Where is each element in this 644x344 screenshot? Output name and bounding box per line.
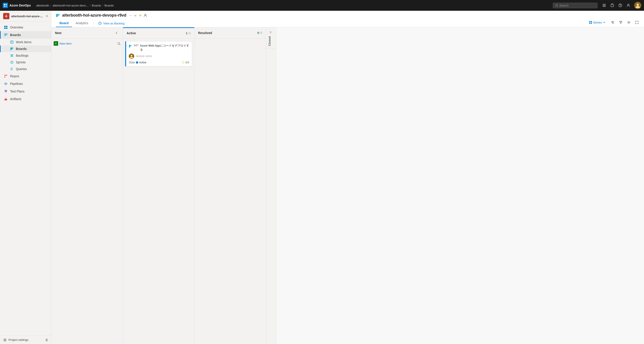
overview-icon	[4, 25, 8, 29]
svg-point-60	[130, 55, 132, 56]
add-org-button[interactable]: +	[46, 14, 48, 19]
view-as-backlog-label: View as Backlog	[103, 22, 124, 25]
main-content: alterbooth-hol-azure-devops-r9vd ··· ★	[52, 11, 644, 344]
breadcrumb-item-4[interactable]: Boards	[104, 4, 114, 7]
user-avatar[interactable]	[634, 2, 641, 9]
filter-icon[interactable]	[618, 20, 624, 25]
svg-rect-42	[58, 14, 59, 16]
board-card-947[interactable]: 947 Azure Web Appにコードをデプロイする	[125, 41, 192, 67]
search-icon	[555, 4, 558, 7]
svg-point-51	[612, 22, 612, 23]
queries-label: Queries	[16, 67, 27, 71]
board-title-chevron-icon[interactable]	[134, 14, 137, 17]
backlogs-label: Backlogs	[16, 54, 28, 57]
app-container: Azure DevOps alterbooth / alterbooth-hol…	[0, 0, 644, 344]
column-body-new: + New item	[52, 39, 123, 344]
tabs-row: Board Analytics View as Backlog	[56, 20, 640, 27]
breadcrumb-item-3[interactable]: Boards	[92, 4, 101, 7]
svg-point-35	[5, 84, 6, 85]
sidebar-item-boards-group[interactable]: Boards	[0, 31, 51, 39]
svg-rect-41	[56, 14, 58, 17]
app-name-label: Azure DevOps	[10, 4, 31, 7]
sidebar-item-work-items[interactable]: Work items	[0, 39, 51, 46]
search-input[interactable]	[560, 4, 595, 7]
column-title-active: Active	[126, 31, 186, 35]
svg-rect-21	[4, 35, 6, 36]
card-type-icon-947	[129, 44, 132, 48]
list-icon[interactable]	[602, 3, 606, 8]
board-title-row: alterbooth-hol-azure-devops-r9vd ··· ★	[56, 13, 640, 20]
svg-point-12	[628, 4, 629, 5]
board-title-more-button[interactable]: ···	[129, 14, 132, 18]
sidebar: A alterbooth-hol-azure-... + Over	[0, 11, 52, 344]
project-settings-button[interactable]: Project settings	[0, 335, 51, 344]
tab-analytics[interactable]: Analytics	[72, 20, 92, 27]
help-icon[interactable]	[618, 3, 622, 8]
content-tabs: Board Analytics View as Backlog	[56, 20, 127, 27]
logo-icon	[3, 3, 8, 8]
svg-rect-25	[13, 48, 13, 49]
card-avatar-row-947	[129, 54, 189, 59]
app-logo[interactable]: Azure DevOps	[3, 3, 31, 8]
repos-icon	[4, 74, 8, 78]
new-item-button[interactable]: + New item	[54, 41, 72, 46]
sidebar-item-test-plans[interactable]: Test Plans	[0, 88, 51, 95]
search-box[interactable]	[553, 3, 598, 8]
svg-point-50	[612, 21, 613, 22]
sprints-label: Sprints	[16, 61, 26, 64]
svg-rect-47	[591, 21, 592, 22]
board-title-star-icon[interactable]: ★	[139, 13, 142, 18]
svg-rect-23	[10, 48, 12, 50]
sidebar-item-repos[interactable]: Repos	[0, 72, 51, 80]
column-header-closed: Closed	[266, 27, 277, 48]
task-icon-947: ☑	[182, 61, 184, 64]
org-name: alterbooth-hol-azure-...	[11, 15, 44, 18]
breadcrumb-item-1[interactable]: alterbooth	[36, 4, 49, 7]
view-as-backlog-button[interactable]: View as Backlog	[96, 20, 127, 27]
boards-group-label: Boards	[10, 33, 21, 37]
svg-point-53	[628, 22, 629, 23]
card-title-947: Azure Web Appにコードをデプロイする	[140, 44, 189, 52]
backlogs-icon	[10, 54, 14, 57]
breadcrumb-sep-2: /	[90, 4, 90, 7]
svg-rect-7	[603, 5, 606, 6]
card-state-947: State Active	[129, 61, 146, 64]
stories-chevron-icon	[603, 21, 606, 24]
board-area: New + New item	[52, 27, 644, 344]
column-options-icon[interactable]	[610, 20, 616, 25]
breadcrumb-sep-3: /	[102, 4, 103, 7]
topbar: Azure DevOps alterbooth / alterbooth-hol…	[0, 0, 644, 11]
expand-icon[interactable]	[634, 20, 640, 25]
svg-point-52	[613, 23, 614, 24]
sidebar-item-artifacts[interactable]: Artifacts	[0, 95, 51, 103]
sidebar-item-queries[interactable]: Queries	[0, 66, 51, 72]
column-collapse-new[interactable]	[114, 30, 119, 36]
column-title-new: New	[55, 31, 114, 35]
collapse-sidebar-icon[interactable]	[44, 338, 48, 342]
settings-gear-icon[interactable]	[626, 20, 632, 25]
svg-point-33	[4, 83, 5, 84]
person-icon[interactable]	[626, 3, 630, 8]
column-expand-closed[interactable]	[268, 30, 273, 35]
sidebar-item-backlogs[interactable]: Backlogs	[0, 52, 51, 59]
breadcrumb-item-2[interactable]: alterbooth-hol-azure-devo...	[52, 4, 88, 7]
svg-rect-24	[12, 48, 12, 49]
stories-selector[interactable]: Stories	[587, 20, 607, 25]
sprints-icon	[10, 61, 14, 64]
new-column-search-icon[interactable]	[118, 42, 120, 45]
shopping-bag-icon[interactable]	[610, 3, 614, 8]
column-body-resolved	[194, 39, 266, 344]
svg-rect-49	[591, 23, 592, 24]
work-items-label: Work items	[16, 40, 32, 44]
pipelines-label: Pipelines	[10, 82, 23, 86]
sidebar-item-pipelines[interactable]: Pipelines	[0, 80, 51, 88]
sidebar-item-sprints[interactable]: Sprints	[0, 59, 51, 66]
breadcrumb-sep-1: /	[50, 4, 52, 7]
svg-rect-6	[603, 4, 606, 5]
tab-board[interactable]: Board	[56, 20, 72, 27]
overview-label: Overview	[10, 26, 23, 29]
svg-rect-8	[603, 6, 606, 7]
sidebar-item-boards[interactable]: Boards	[0, 46, 51, 52]
sidebar-item-overview[interactable]: Overview	[0, 24, 51, 31]
board-title-person-icon[interactable]	[144, 14, 147, 18]
